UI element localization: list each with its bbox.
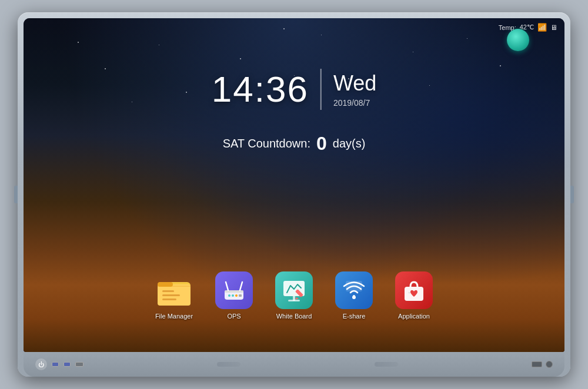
screen: Temp: 42℃ 📶 🖥 14:36 Wed 2019/08/7 SAT Co… — [24, 18, 564, 352]
countdown-area: SAT Countdown: 0 day(s) — [223, 133, 366, 155]
app-icon-whiteboard — [275, 271, 313, 309]
wifi-icon: 📶 — [537, 23, 547, 32]
eshare-svg — [340, 276, 368, 304]
app-file-manager[interactable]: File Manager — [151, 271, 198, 320]
app-label-eshare: E-share — [343, 313, 366, 320]
monitor-outer: Temp: 42℃ 📶 🖥 14:36 Wed 2019/08/7 SAT Co… — [18, 12, 570, 377]
clock-divider — [320, 69, 322, 110]
app-icon-eshare — [335, 271, 373, 309]
clock-time: 14:36 — [212, 68, 309, 110]
svg-point-23 — [409, 292, 410, 294]
clock-date: 2019/08/7 — [333, 98, 376, 108]
svg-line-10 — [240, 282, 242, 290]
usb-port-1 — [52, 362, 59, 367]
app-icon-application — [395, 271, 433, 309]
side-button-left[interactable] — [14, 186, 18, 203]
usb-port-2 — [64, 362, 71, 367]
app-icon-ops — [215, 271, 253, 309]
power-icon[interactable]: ⏻ — [35, 358, 47, 370]
app-label-file-manager: File Manager — [155, 313, 193, 320]
svg-line-9 — [226, 282, 228, 290]
app-application[interactable]: Application — [390, 271, 437, 320]
speaker-grille-right — [375, 362, 398, 367]
svg-rect-3 — [158, 286, 191, 287]
svg-point-11 — [228, 294, 230, 297]
bottom-left-controls: ⏻ — [35, 358, 83, 370]
application-svg — [400, 276, 428, 304]
svg-rect-14 — [239, 294, 242, 297]
svg-point-12 — [232, 294, 234, 297]
ops-svg — [220, 276, 248, 304]
app-icon-file-manager — [155, 271, 193, 309]
sd-slot — [75, 362, 83, 367]
app-whiteboard[interactable]: White Board — [270, 271, 318, 320]
app-label-application: Application — [398, 313, 430, 320]
svg-rect-6 — [162, 299, 176, 300]
svg-rect-5 — [162, 294, 180, 296]
svg-rect-21 — [346, 281, 362, 291]
hdmi-port — [532, 361, 542, 367]
teal-bubble[interactable] — [507, 29, 529, 51]
svg-rect-8 — [225, 290, 243, 293]
file-manager-svg — [155, 271, 193, 309]
apps-row: File Manager — [151, 271, 437, 320]
svg-point-20 — [352, 296, 356, 299]
svg-marker-19 — [295, 297, 299, 300]
clock-date-area: Wed 2019/08/7 — [333, 71, 376, 108]
svg-point-13 — [235, 294, 238, 297]
app-label-ops: OPS — [227, 313, 240, 320]
clock-area: 14:36 Wed 2019/08/7 — [212, 68, 377, 110]
app-ops[interactable]: OPS — [211, 271, 258, 320]
speaker-grille-left — [217, 362, 240, 367]
monitor-bottom-bar: ⏻ — [24, 352, 564, 377]
clock-weekday: Wed — [333, 71, 376, 96]
countdown-value: 0 — [316, 133, 327, 155]
app-eshare[interactable]: E-share — [330, 271, 377, 320]
app-label-whiteboard: White Board — [276, 313, 312, 320]
bottom-right-controls — [532, 361, 553, 368]
display-icon: 🖥 — [550, 24, 557, 32]
side-button-right[interactable] — [570, 186, 574, 203]
whiteboard-svg — [280, 276, 308, 304]
power-port — [546, 361, 553, 368]
countdown-unit: day(s) — [333, 137, 366, 150]
svg-rect-4 — [162, 290, 174, 292]
countdown-label: SAT Countdown: — [223, 137, 310, 150]
status-bar: Temp: 42℃ 📶 🖥 — [499, 23, 557, 32]
svg-rect-17 — [288, 300, 300, 301]
